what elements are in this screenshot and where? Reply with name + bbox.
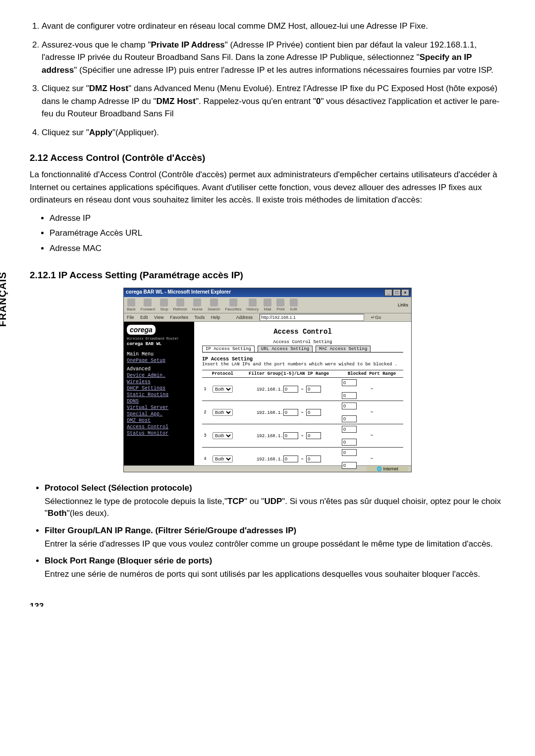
tb-stop[interactable]: Stop [160,299,168,311]
sidebar-item[interactable]: DHCP Settings [127,386,191,391]
menu-favorites[interactable]: Favorites [170,315,188,320]
forward-icon [144,299,152,306]
tb-home[interactable]: Home [192,299,203,311]
tb-search[interactable]: Search [208,299,220,311]
port-to[interactable] [342,392,357,399]
desc-block: Block Port Range (Bloquer série de ports… [45,555,505,580]
go-button[interactable]: ↵Go [371,315,386,320]
ip-from[interactable] [283,409,298,416]
ie-window: corega BAR WL - Microsoft Internet Explo… [123,288,412,472]
ip-to[interactable] [306,455,321,462]
col-blocked: Blocked Port Range [340,370,403,378]
ip-to[interactable] [306,409,321,416]
links-label[interactable]: Links [398,302,408,307]
port-to[interactable] [342,462,357,469]
field-descriptions: Protocol Select (Sélection protocole) Sé… [30,482,505,580]
search-icon [210,299,218,306]
port-from[interactable] [342,379,357,386]
ie-toolbar: Back Forward Stop Refresh Home Search Fa… [124,297,411,313]
tab-ip[interactable]: IP Access Setting [202,346,255,352]
table-row: 2 Both 192.168.1. ~ ~ [202,401,403,424]
sidebar-item[interactable]: DDNS [127,399,191,404]
tab-mac[interactable]: MAC Access Setting [316,346,371,352]
protocol-select[interactable]: Both [213,409,233,416]
tab-url[interactable]: URL Access Setting [258,346,313,352]
port-to[interactable] [342,415,357,422]
sidebar-item[interactable]: Access Control [127,424,191,430]
status-zone: 🌐 Internet [367,466,408,471]
ip-table: Protocol Filter Group(1-5)/LAN IP Range … [202,370,403,470]
minimize-icon[interactable]: _ [384,289,392,296]
main-menu-header: Main Menu [127,352,191,357]
port-from[interactable] [342,449,357,456]
step-3: Cliquez sur "DMZ Host" dans Advanced Men… [42,82,505,120]
close-icon[interactable]: × [401,289,409,296]
method-mac: Adresse MAC [50,242,505,256]
sidebar-item[interactable]: Device Admin. [127,373,191,378]
tb-forward[interactable]: Forward [141,299,155,311]
address-input[interactable]: http://192.168.1.1 [260,314,364,321]
sidebar-item[interactable]: Wireless [127,379,191,385]
ip-from[interactable] [283,455,298,462]
setup-steps-list: Avant de configurer votre ordinateur en … [30,20,505,139]
ip-from[interactable] [283,386,298,393]
tb-history[interactable]: History [246,299,259,311]
methods-list: Adresse IP Paramétrage Accès URL Adresse… [30,211,505,256]
sidebar-item[interactable]: Special App. [127,411,191,417]
page-number: 133 [30,602,44,606]
ip-to[interactable] [306,432,321,439]
language-label: FRANÇAIS [0,272,8,327]
table-row: 3 Both 192.168.1. ~ ~ [202,424,403,448]
port-to[interactable] [342,439,357,446]
heading-2-12: 2.12 Access Control (Contrôle d'Accès) [30,152,505,163]
tab-row: IP Access Setting URL Access Setting MAC… [202,346,403,353]
tb-back[interactable]: Back [127,299,136,311]
protocol-select[interactable]: Both [213,432,233,439]
ip-from[interactable] [283,432,298,439]
corega-logo: corega [127,325,156,335]
page-title: Access Control [202,328,403,336]
tb-print[interactable]: Print [276,299,284,311]
menu-edit[interactable]: Edit [140,315,148,320]
print-icon [276,299,284,306]
favorites-icon [229,299,237,306]
sidebar-onepage[interactable]: OnePage Setup [127,358,191,363]
stop-icon [160,299,168,306]
menu-tools[interactable]: Tools [194,315,205,320]
advanced-header: Advanced [127,366,191,372]
sidebar-item[interactable]: Status Monitor [127,431,191,436]
sidebar-item[interactable]: Static Routing [127,392,191,398]
edit-icon [290,299,298,306]
sidebar-item[interactable]: DMZ Host [127,418,191,423]
maximize-icon[interactable]: □ [393,289,401,296]
section-label: IP Access Setting [202,356,403,362]
step-2: Assurez-vous que le champ "Private IP Ad… [42,39,505,77]
protocol-select[interactable]: Both [213,455,233,462]
menu-help[interactable]: Help [211,315,220,320]
tb-refresh[interactable]: Refresh [173,299,187,311]
heading-2-12-1: 2.12.1 IP Access Setting (Paramétrage ac… [30,270,505,281]
port-from[interactable] [342,403,357,409]
step-1: Avant de configurer votre ordinateur en … [42,20,505,33]
ie-title-bar: corega BAR WL - Microsoft Internet Explo… [124,288,411,297]
col-protocol: Protocol [208,370,237,378]
home-icon [193,299,201,306]
refresh-icon [176,299,184,306]
port-from[interactable] [342,426,357,433]
step-4: Cliquez sur "Apply"(Appliquer). [42,126,505,139]
ie-title-text: corega BAR WL - Microsoft Internet Explo… [126,289,231,296]
protocol-select[interactable]: Both [213,386,233,393]
ip-to[interactable] [306,386,321,393]
desc-protocol: Protocol Select (Sélection protocole) Sé… [45,482,505,520]
main-pane: Access Control Access Control Setting IP… [194,322,411,465]
para-2-12: La fonctionnalité d'Access Control (Cont… [30,168,505,206]
menu-view[interactable]: View [154,315,163,320]
tb-mail[interactable]: Mail [264,299,271,311]
mail-icon [264,299,271,306]
menu-file[interactable]: File [127,315,134,320]
tb-edit[interactable]: Edit [290,299,298,311]
ie-content: corega Wireless Broadband Router corega … [124,322,411,465]
tb-favorites[interactable]: Favorites [225,299,241,311]
sidebar-item[interactable]: Virtual Server [127,405,191,410]
router-sidebar: corega Wireless Broadband Router corega … [124,322,194,465]
